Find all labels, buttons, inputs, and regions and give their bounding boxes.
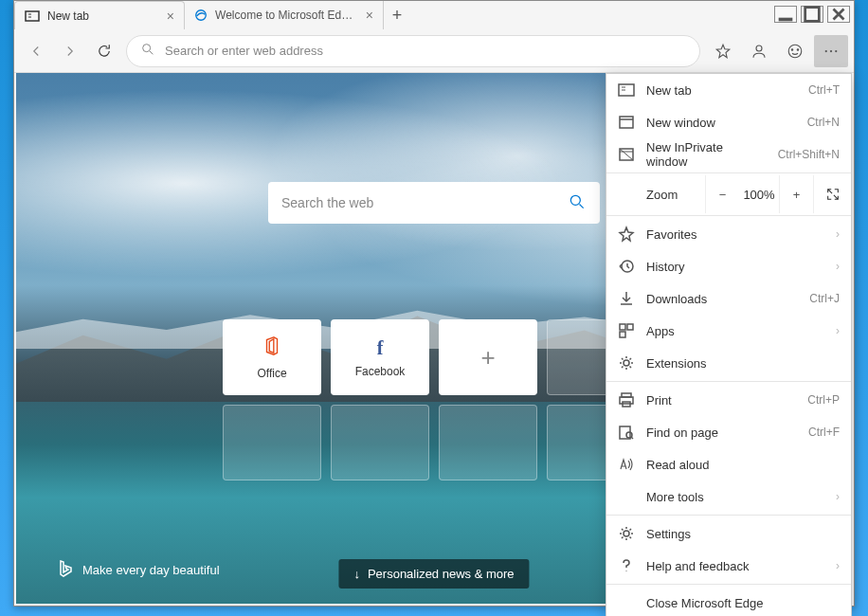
menu-print[interactable]: Print Ctrl+P — [606, 384, 851, 416]
menu-downloads[interactable]: Downloads Ctrl+J — [606, 282, 851, 315]
tab-title: Welcome to Microsoft Edge Can — [215, 9, 358, 22]
bing-icon — [58, 559, 73, 581]
svg-rect-13 — [619, 84, 634, 96]
tile-add[interactable]: + — [439, 319, 537, 395]
extensions-icon — [618, 354, 635, 371]
download-icon — [618, 290, 635, 307]
newtab-favicon-icon — [25, 9, 40, 24]
tile-placeholder — [223, 405, 321, 480]
tile-facebook[interactable]: f Facebook — [331, 319, 429, 395]
plus-icon: + — [480, 343, 495, 372]
svg-rect-0 — [779, 18, 793, 22]
menu-new-tab[interactable]: New tab Ctrl+T — [606, 74, 851, 106]
quick-links-grid: Office f Facebook + — [223, 319, 645, 480]
forward-button[interactable] — [54, 35, 86, 67]
zoom-value: 100% — [739, 188, 779, 202]
svg-point-26 — [624, 531, 629, 536]
tile-office[interactable]: Office — [223, 319, 321, 395]
news-label: Personalized news & more — [368, 567, 515, 581]
svg-point-12 — [570, 195, 580, 205]
menu-new-window[interactable]: New window Ctrl+N — [606, 106, 851, 138]
svg-rect-17 — [620, 324, 625, 330]
search-icon[interactable] — [568, 192, 587, 214]
tab-inactive[interactable]: Welcome to Microsoft Edge Can × — [185, 1, 384, 29]
menu-help[interactable]: Help and feedback › — [606, 550, 851, 582]
svg-rect-14 — [620, 117, 633, 128]
svg-point-6 — [788, 45, 802, 58]
maximize-button[interactable] — [801, 6, 823, 23]
menu-favorites[interactable]: Favorites › — [606, 218, 851, 250]
facebook-icon: f — [377, 337, 384, 359]
toolbar: Search or enter web address — [14, 29, 854, 73]
svg-rect-1 — [805, 8, 820, 22]
svg-rect-2 — [26, 11, 39, 21]
news-button[interactable]: ↓ Personalized news & more — [338, 559, 529, 589]
new-tab-button[interactable]: + — [384, 2, 410, 28]
back-button[interactable] — [20, 35, 52, 67]
menu-read-aloud[interactable]: Read aloud — [606, 448, 851, 480]
svg-point-11 — [835, 49, 837, 51]
svg-point-5 — [756, 45, 762, 51]
chevron-right-icon: › — [836, 227, 840, 241]
newtab-icon — [618, 82, 635, 99]
svg-rect-18 — [627, 324, 633, 330]
edge-favicon-icon — [194, 8, 208, 23]
favorite-button[interactable] — [706, 35, 740, 67]
close-tab-icon[interactable]: × — [366, 8, 373, 23]
web-search-placeholder: Search the web — [281, 195, 373, 210]
menu-new-inprivate[interactable]: New InPrivate window Ctrl+Shift+N — [606, 138, 851, 171]
overflow-menu: New tab Ctrl+T New window Ctrl+N New InP… — [606, 73, 852, 616]
feedback-button[interactable] — [778, 35, 812, 67]
zoom-in-button[interactable]: + — [779, 175, 813, 213]
menu-close-edge[interactable]: Close Microsoft Edge — [606, 587, 851, 616]
help-icon — [618, 557, 635, 574]
menu-find[interactable]: Find on page Ctrl+F — [606, 416, 851, 448]
browser-window: New tab × Welcome to Microsoft Edge Can … — [13, 0, 855, 607]
menu-settings[interactable]: Settings — [606, 517, 851, 550]
tile-label: Facebook — [355, 365, 406, 378]
star-icon — [618, 226, 635, 243]
address-placeholder: Search or enter web address — [165, 44, 323, 58]
menu-more-tools[interactable]: More tools › — [606, 480, 851, 513]
apps-icon — [618, 322, 635, 339]
close-tab-icon[interactable]: × — [167, 9, 174, 24]
office-icon — [262, 335, 282, 361]
svg-rect-19 — [620, 332, 625, 337]
tile-placeholder — [439, 405, 537, 480]
svg-point-7 — [791, 48, 793, 50]
menu-history[interactable]: History › — [606, 250, 851, 282]
zoom-out-button[interactable]: − — [705, 175, 739, 213]
close-window-button[interactable] — [827, 6, 850, 23]
tab-active[interactable]: New tab × — [14, 1, 185, 29]
menu-zoom: Zoom − 100% + — [606, 175, 851, 213]
profile-button[interactable] — [742, 35, 776, 67]
fullscreen-button[interactable] — [813, 175, 851, 213]
menu-apps[interactable]: Apps › — [606, 315, 851, 347]
print-icon — [618, 391, 635, 408]
minimize-button[interactable] — [774, 6, 797, 23]
chevron-right-icon: › — [836, 324, 840, 337]
window-icon — [618, 114, 635, 131]
svg-point-8 — [797, 48, 799, 50]
bing-tagline[interactable]: Make every day beautiful — [58, 559, 220, 581]
chevron-right-icon: › — [836, 559, 840, 572]
inprivate-icon — [618, 146, 635, 163]
read-aloud-icon — [618, 456, 635, 473]
arrow-down-icon: ↓ — [353, 567, 360, 581]
menu-extensions[interactable]: Extensions — [606, 347, 851, 379]
svg-point-4 — [143, 45, 151, 52]
tagline-text: Make every day beautiful — [82, 563, 220, 577]
refresh-button[interactable] — [88, 35, 120, 67]
tile-label: Office — [257, 367, 286, 380]
tab-strip: New tab × Welcome to Microsoft Edge Can … — [14, 1, 410, 29]
svg-rect-22 — [620, 397, 633, 404]
settings-menu-button[interactable] — [814, 35, 848, 67]
chevron-right-icon: › — [836, 260, 840, 273]
chevron-right-icon: › — [836, 490, 840, 503]
search-icon — [140, 42, 155, 60]
address-bar[interactable]: Search or enter web address — [126, 35, 700, 67]
history-icon — [618, 258, 635, 275]
gear-icon — [618, 525, 635, 542]
web-search-box[interactable]: Search the web — [268, 182, 600, 224]
tab-title: New tab — [47, 9, 89, 23]
